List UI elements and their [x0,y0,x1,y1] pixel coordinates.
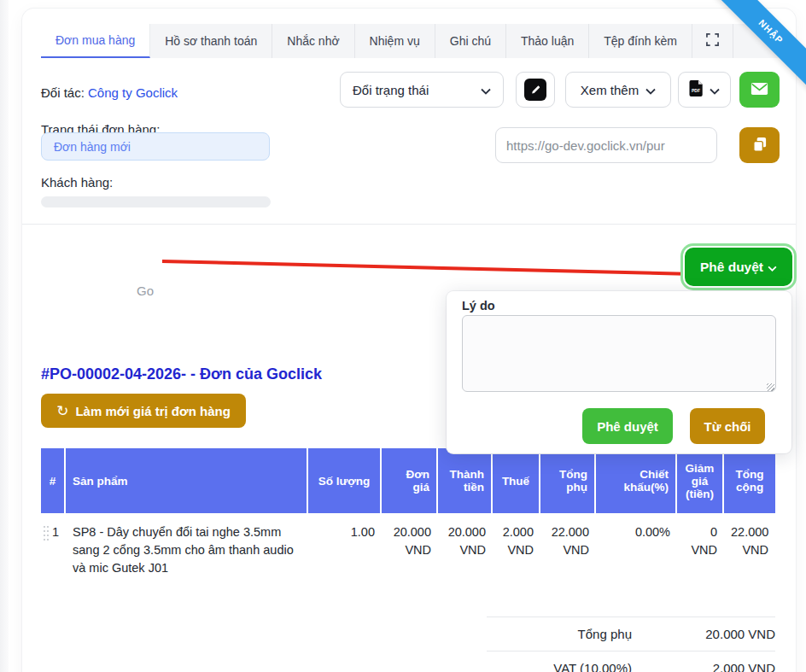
draft-ribbon: NHẬP [712,0,806,94]
tab-thao-luan[interactable]: Thảo luận [506,24,589,58]
product-name-cell: SP8 - Dây chuyển đổi tai nghe 3.5mm sang… [66,513,308,587]
table-header-row: # Sản phẩm Số lượng Đơn giá Thành tiền T… [41,448,775,513]
grand-total-cell: 22.000 VND [724,513,775,587]
summary-row-vat: VAT (10.00%) 2.000 VND [487,651,775,672]
refresh-icon: ↻ [56,404,68,418]
approval-popup: Lý do Phê duyệt Từ chối [447,291,791,453]
edit-button[interactable] [516,72,555,108]
copy-url-button[interactable] [739,127,780,163]
col-header-unit-price: Đơn giá [382,448,438,513]
reason-textarea[interactable] [462,315,776,392]
discount-percent-cell: 0.00% [596,513,677,587]
chevron-down-icon [481,83,491,97]
col-header-index: # [41,448,66,513]
chevron-down-icon [645,83,656,97]
share-url-input[interactable] [495,127,717,163]
approve-dropdown-button[interactable]: Phê duyệt [685,248,792,286]
col-header-discount-percent: Chiết khấu(%) [596,448,677,513]
line-total-cell: 22.000 VND [540,513,596,587]
table-row: 1 SP8 - Dây chuyển đổi tai nghe 3.5mm sa… [41,513,775,587]
quantity-cell: 1.00 [308,513,382,587]
pencil-icon [524,79,546,101]
change-status-label: Đổi trạng thái [353,83,429,97]
tab-nhiem-vu[interactable]: Nhiệm vụ [355,24,435,58]
tax-cell: 2.000 VND [493,513,540,587]
col-header-line-total: Tổng phụ [540,448,596,513]
watermark-text: Go [137,283,154,298]
tab-nhac-nho[interactable]: Nhắc nhở [272,24,354,58]
partner-line: Đối tác: Công ty Goclick [41,85,178,100]
copy-icon [751,136,768,155]
discount-amount-cell: 0 VND [677,513,724,587]
order-summary: Tổng phụ 20.000 VND VAT (10.00%) 2.000 V… [487,616,775,672]
col-header-tax: Thuế [493,448,540,513]
order-status-field[interactable]: Đơn hàng mới [41,132,270,161]
summary-value: 20.000 VND [632,627,775,641]
summary-label: Tổng phụ [487,627,632,641]
tab-tep-dinh-kem[interactable]: Tệp đính kèm [589,24,692,58]
chevron-down-icon [768,260,777,275]
tab-don-mua-hang[interactable]: Đơn mua hàng [41,24,150,58]
summary-value: 2.000 VND [632,661,775,672]
refresh-button-label: Làm mới giá trị đơn hàng [75,404,230,418]
svg-text:PDF: PDF [692,87,700,92]
page-edge [0,0,9,672]
section-divider [22,224,796,225]
col-header-discount-amount: Giảm giá (tiền) [677,448,724,513]
col-header-subtotal: Thành tiền [438,448,493,513]
change-status-select[interactable]: Đổi trạng thái [340,72,504,108]
order-status-value: Đơn hàng mới [54,140,131,154]
approve-main-label: Phê duyệt [700,260,763,275]
popup-approve-button[interactable]: Phê duyệt [582,408,673,444]
drag-handle-icon[interactable] [43,525,50,577]
reason-label: Lý do [462,299,495,313]
resize-grip[interactable] [767,383,774,391]
row-index: 1 [52,523,59,577]
col-header-product: Sản phẩm [66,448,308,513]
popup-reject-button[interactable]: Từ chối [690,408,765,444]
tab-ghi-chu[interactable]: Ghi chú [435,24,506,58]
customer-loading-skeleton [41,196,271,207]
partner-link[interactable]: Công ty Goclick [88,85,178,100]
products-table: # Sản phẩm Số lượng Đơn giá Thành tiền T… [41,448,775,587]
draft-ribbon-wrap: NHẬP [712,0,806,94]
customer-label: Khách hàng: [41,175,113,190]
refresh-order-values-button[interactable]: ↻ Làm mới giá trị đơn hàng [41,394,246,428]
col-header-grand-total: Tổng cộng [724,448,775,513]
summary-row-subtotal: Tổng phụ 20.000 VND [487,616,775,651]
row-index-cell: 1 [41,513,66,587]
tab-ho-so-thanh-toan[interactable]: Hồ sơ thanh toán [150,24,272,58]
purchase-order-screen: Đơn mua hàng Hồ sơ thanh toán Nhắc nhở N… [0,0,806,672]
partner-label: Đối tác: [41,85,85,100]
unit-price-cell: 20.000 VND [382,513,438,587]
summary-label: VAT (10.00%) [487,661,632,672]
see-more-label: Xem thêm [581,83,639,97]
pdf-file-icon: PDF [689,80,704,100]
see-more-button[interactable]: Xem thêm [565,72,671,108]
col-header-quantity: Số lượng [308,448,382,513]
order-title: #PO-00002-04-2026- - Đơn của Goclick [41,365,322,383]
tab-bar: Đơn mua hàng Hồ sơ thanh toán Nhắc nhở N… [41,24,779,58]
subtotal-cell: 20.000 VND [438,513,493,587]
